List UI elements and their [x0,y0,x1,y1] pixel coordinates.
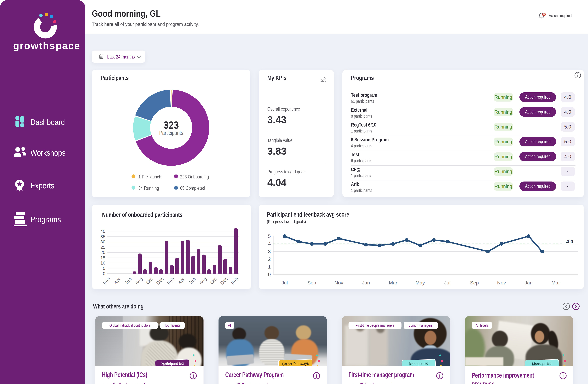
svg-text:20: 20 [101,250,105,255]
svg-text:0: 0 [268,272,271,277]
svg-text:0: 0 [103,271,105,276]
svg-text:4: 4 [268,241,271,247]
svg-text:4.0: 4.0 [566,239,573,244]
svg-text:Apr: Apr [177,277,186,285]
svg-text:Jun: Jun [124,277,132,285]
svg-text:323: 323 [164,119,179,131]
svg-text:Oct: Oct [209,277,218,285]
svg-text:Jul: Jul [282,280,288,285]
svg-text:5: 5 [268,234,271,239]
svg-text:Apr: Apr [113,277,122,285]
svg-text:Feb: Feb [230,276,239,285]
svg-text:25: 25 [101,245,105,250]
svg-text:Nov: Nov [335,280,343,285]
svg-text:Dec: Dec [219,276,229,285]
svg-text:10: 10 [101,260,105,265]
svg-text:3: 3 [268,249,271,254]
svg-text:Participants: Participants [159,130,183,136]
svg-text:1: 1 [268,264,271,270]
svg-text:Oct: Oct [145,277,154,285]
svg-text:5: 5 [103,266,105,271]
svg-text:Jan: Jan [525,280,533,285]
svg-text:Jul: Jul [444,280,450,285]
svg-text:35: 35 [101,234,105,239]
svg-text:30: 30 [101,239,105,244]
svg-text:Dec: Dec [155,276,165,285]
svg-text:Aug: Aug [198,276,207,285]
svg-text:Nov: Nov [497,280,506,285]
svg-text:Feb: Feb [166,276,175,285]
svg-text:Jan: Jan [362,280,370,285]
svg-text:15: 15 [101,255,105,260]
svg-text:40: 40 [101,229,105,234]
svg-text:Sep: Sep [308,280,316,285]
svg-text:Feb: Feb [102,276,111,285]
svg-text:May: May [416,280,425,285]
svg-text:Mar: Mar [551,280,560,285]
svg-text:Sep: Sep [470,280,479,285]
svg-text:Jun: Jun [188,277,196,285]
svg-text:2: 2 [268,256,271,262]
svg-text:Mar: Mar [389,280,397,285]
svg-text:Aug: Aug [134,276,143,285]
